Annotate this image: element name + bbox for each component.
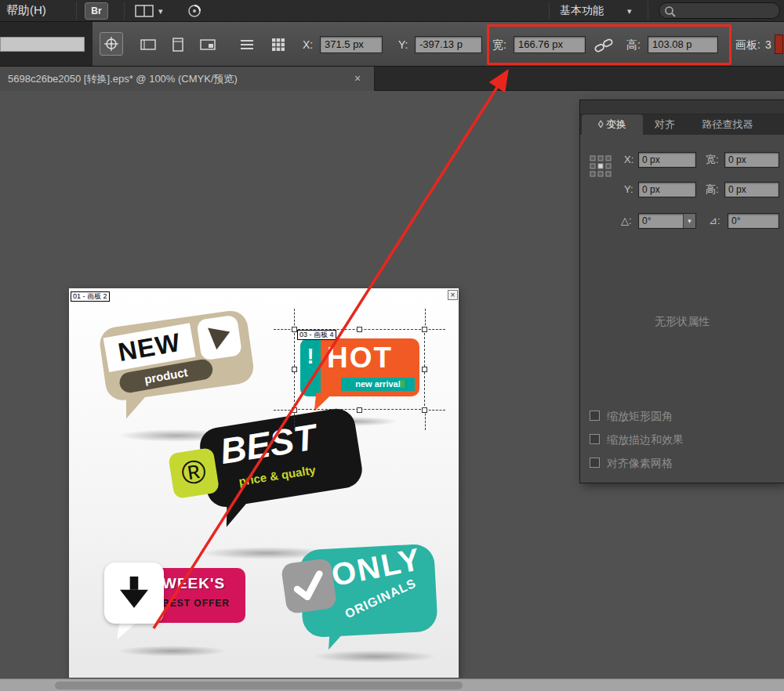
transform-reference-button[interactable] (100, 32, 123, 56)
panel-width-field[interactable]: 0 px (724, 152, 779, 168)
rotate-value: 0° (642, 215, 651, 226)
artboard-name-tag[interactable]: 01 - 画板 2 (71, 291, 110, 302)
artboard-options-icon (200, 38, 216, 51)
horizontal-scrollbar[interactable] (0, 678, 784, 691)
check-icon (289, 566, 329, 606)
tab-transform[interactable]: ◊ 变换 (582, 114, 643, 135)
workspace-switcher[interactable]: 基本功能 (560, 0, 604, 20)
arrange-documents-icon (135, 5, 154, 17)
badge-new-tail (126, 396, 147, 419)
transform-panel: ◊ 变换 对齐 路径查找器 X: 0 px 宽: 0 px Y: 0 px 高:… (580, 100, 784, 483)
checkbox-scale-strokes-label: 缩放描边和效果 (607, 434, 684, 446)
document-title: 5698c26be2050 [转换].eps* @ 100% (CMYK/预览) (8, 67, 238, 91)
reference-point-locator-icon[interactable] (590, 155, 612, 177)
checkbox-scale-strokes[interactable] (590, 434, 600, 444)
scrollbar-thumb[interactable] (55, 682, 463, 689)
panel-y-field[interactable]: 0 px (638, 182, 696, 197)
checkbox-align-pixel-grid-label: 对齐像素网格 (607, 458, 673, 469)
selection-handle[interactable] (357, 327, 362, 332)
shear-field[interactable]: 0° (728, 213, 779, 229)
menu-help[interactable]: 帮助(H) (6, 0, 46, 20)
shear-label: ⊿: (709, 213, 720, 229)
selection-handle[interactable] (357, 407, 362, 413)
artboard-close-icon[interactable]: × (448, 290, 458, 300)
no-shape-properties-text: 无形状属性 (580, 315, 784, 329)
selection-guide (425, 410, 445, 411)
badge-only-check-box (281, 558, 337, 614)
selection-handle[interactable] (292, 327, 297, 332)
selection-guide (425, 329, 445, 330)
panel-height-label: 高: (706, 182, 719, 197)
panel-x-label: X: (624, 152, 633, 168)
panel-collapse-icon: ◊ (598, 118, 603, 130)
artboard-landscape-icon (140, 38, 156, 51)
search-icon (664, 5, 677, 18)
list-view-button[interactable] (237, 34, 257, 55)
tab-transform-label: 变换 (606, 118, 626, 130)
chevron-down-icon[interactable]: ▾ (683, 214, 695, 228)
document-tab-bar: 5698c26be2050 [转换].eps* @ 100% (CMYK/预览)… (0, 67, 784, 91)
arrange-documents-button[interactable] (135, 5, 154, 20)
grid-icon (271, 38, 285, 52)
selection-handle[interactable] (422, 407, 427, 413)
rotate-combo[interactable]: 0° ▾ (638, 213, 696, 229)
chevron-down-icon[interactable]: ▾ (158, 6, 163, 16)
transform-reference-icon (103, 36, 119, 52)
badge-best-tail (227, 502, 248, 527)
badge-weeks-subtitle: BEST OFFER (162, 598, 230, 609)
badge-weeks-title: WEEK'S (162, 575, 225, 592)
chevron-down-icon[interactable]: ▾ (627, 6, 632, 16)
badge-only-tail (328, 628, 347, 650)
selection-handle[interactable] (422, 327, 427, 332)
selection-bounding-box (294, 329, 425, 410)
artboard-portrait-button[interactable] (168, 34, 188, 55)
menu-separator (76, 2, 77, 20)
badge-best-reg-icon: ® (168, 447, 220, 499)
search-input[interactable] (678, 4, 775, 17)
artboard-count-label: 画板: (735, 36, 760, 53)
panel-height-field[interactable]: 0 px (724, 182, 779, 197)
y-field[interactable]: -397.13 p (415, 36, 482, 53)
selection-handle[interactable] (292, 367, 297, 372)
selection-artboard-tag[interactable]: 03 - 画板 4 (297, 330, 336, 340)
tab-pathfinder[interactable]: 路径查找器 (687, 114, 768, 135)
panel-y-label: Y: (624, 182, 633, 197)
cs-live-icon (187, 3, 202, 19)
illustrator-window: 帮助(H) Br ▾ 基本功能 ▾ (0, 0, 784, 691)
panel-tabs: ◊ 变换 对齐 路径查找器 (580, 114, 784, 135)
checkbox-align-pixel-grid[interactable] (590, 458, 600, 468)
badge-only[interactable]: ONLY ORIGINALS (279, 541, 444, 658)
artboard-portrait-icon (170, 38, 186, 52)
tab-align[interactable]: 对齐 (644, 114, 685, 135)
panel-x-field[interactable]: 0 px (638, 152, 696, 168)
rotate-label: △: (621, 213, 632, 229)
x-label: X: (303, 36, 313, 53)
panel-width-label: 宽: (706, 152, 719, 168)
down-arrow-icon (120, 576, 148, 610)
artboard-options-button[interactable] (198, 34, 218, 55)
grid-view-button[interactable] (268, 34, 289, 55)
y-label: Y: (398, 36, 408, 53)
document-setup-icon[interactable] (775, 34, 783, 54)
badge-weeks-arrow-box (104, 563, 164, 624)
document-tab[interactable]: 5698c26be2050 [转换].eps* @ 100% (CMYK/预览)… (0, 67, 375, 91)
badge-weeks[interactable]: WEEK'S BEST OFFER (104, 563, 249, 650)
x-field[interactable]: 371.5 px (320, 36, 383, 53)
bridge-button[interactable]: Br (85, 2, 108, 20)
artboard-landscape-button[interactable] (138, 34, 158, 55)
gray-swatch (0, 37, 85, 52)
panel-grip[interactable] (580, 100, 784, 114)
list-icon (240, 39, 254, 50)
artboard-count-value: 3 (765, 36, 771, 53)
menu-bar: 帮助(H) Br ▾ 基本功能 ▾ (0, 0, 784, 22)
selection-handle[interactable] (292, 407, 297, 413)
menu-separator (549, 2, 550, 20)
transform-panel-content: X: 0 px 宽: 0 px Y: 0 px 高: 0 px △: 0° ▾ … (580, 135, 784, 483)
selection-handle[interactable] (422, 367, 427, 372)
tab-close-icon[interactable]: × (354, 67, 361, 91)
menu-separator (124, 2, 125, 20)
checkbox-scale-corners-label: 缩放矩形圆角 (607, 411, 673, 422)
search-box (659, 2, 780, 19)
cs-live-button[interactable] (187, 3, 202, 22)
checkbox-scale-corners[interactable] (590, 411, 600, 421)
